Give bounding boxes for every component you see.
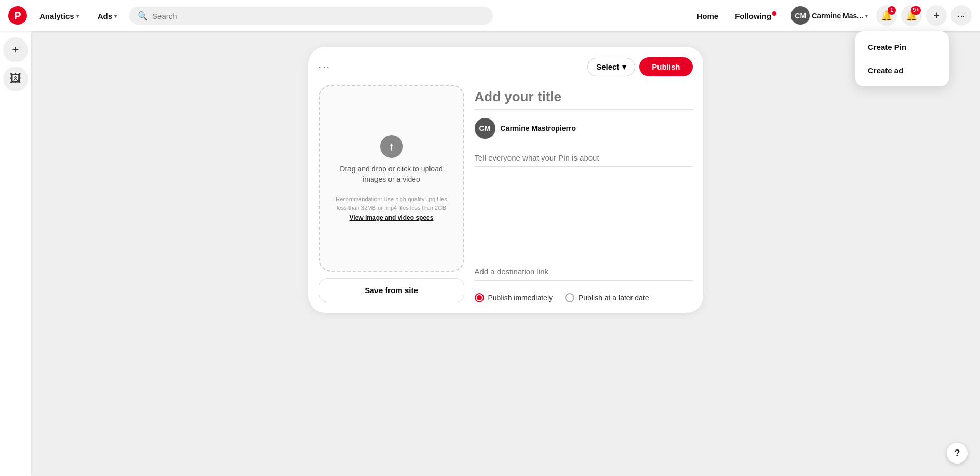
upload-icon: ↑ [380, 135, 403, 158]
sidebar: + 🖼 [0, 31, 31, 476]
publish-immediately-radio[interactable] [475, 293, 484, 302]
following-dot [772, 11, 776, 16]
view-specs-link[interactable]: View image and video specs [350, 214, 434, 221]
updates-button[interactable]: 🔔 9+ [901, 5, 922, 26]
help-button[interactable]: ? [947, 443, 968, 464]
select-label: Select [596, 62, 619, 71]
pinterest-logo[interactable]: P [8, 6, 27, 25]
nav-right: Home Following CM Carmine Mas... ▾ 🔔 1 🔔… [691, 4, 972, 27]
ellipsis-icon: ··· [957, 10, 965, 21]
search-input[interactable] [152, 11, 485, 20]
create-pin-item[interactable]: Create Pin [855, 35, 949, 59]
publish-later-radio[interactable] [565, 293, 574, 302]
pin-description-input[interactable] [475, 149, 693, 167]
create-pin-card: ··· Select ▾ Publish ↑ Drag and drop or … [308, 47, 703, 313]
analytics-nav-item[interactable]: Analytics ▾ [33, 7, 85, 24]
main-content: ··· Select ▾ Publish ↑ Drag and drop or … [31, 31, 980, 476]
upload-recommendation: Recommendation: Use high-quality .jpg fi… [330, 195, 453, 212]
dropdown-menu: Create Pin Create ad [855, 31, 949, 86]
pin-title-input[interactable] [475, 85, 693, 110]
select-chevron-icon: ▾ [622, 62, 626, 72]
following-link[interactable]: Following [729, 7, 783, 24]
plus-icon: + [933, 10, 939, 22]
search-bar[interactable]: 🔍 [129, 7, 493, 25]
select-dropdown[interactable]: Select ▾ [587, 58, 635, 76]
pin-link-input[interactable] [475, 263, 693, 281]
publish-later-label: Publish at a later date [579, 294, 649, 302]
updates-badge: 9+ [911, 6, 921, 15]
author-avatar: CM [475, 118, 495, 139]
ads-nav-item[interactable]: Ads ▾ [91, 7, 123, 24]
plus-icon: + [12, 43, 19, 57]
avatar: CM [791, 6, 810, 25]
more-options-button[interactable]: + [926, 5, 947, 26]
author-name: Carmine Mastropierro [501, 124, 576, 133]
analytics-label: Analytics [39, 11, 74, 20]
publish-immediately-option[interactable]: Publish immediately [475, 293, 553, 302]
publish-options: Publish immediately Publish at a later d… [475, 293, 693, 302]
user-nav[interactable]: CM Carmine Mas... ▾ [787, 4, 872, 27]
pin-description-area [475, 149, 693, 253]
card-more-button[interactable]: ··· [319, 61, 331, 73]
card-header: ··· Select ▾ Publish [319, 57, 693, 76]
sidebar-add-button[interactable]: + [3, 37, 28, 62]
notifications-button[interactable]: 🔔 1 [876, 5, 897, 26]
pin-details: CM Carmine Mastropierro Publish immediat… [475, 85, 693, 302]
ads-chevron-icon: ▾ [114, 13, 117, 19]
user-chevron-icon: ▾ [865, 13, 868, 19]
image-icon: 🖼 [10, 72, 21, 86]
card-body: ↑ Drag and drop or click to upload image… [319, 85, 693, 302]
ads-label: Ads [98, 11, 112, 20]
analytics-chevron-icon: ▾ [76, 13, 79, 19]
home-link[interactable]: Home [691, 7, 725, 24]
publish-button[interactable]: Publish [639, 57, 692, 76]
publish-immediately-label: Publish immediately [488, 294, 553, 302]
radio-dot [477, 295, 482, 300]
user-name: Carmine Mas... [812, 11, 863, 20]
upload-section: ↑ Drag and drop or click to upload image… [319, 85, 464, 302]
save-from-site-button[interactable]: Save from site [319, 278, 464, 302]
upload-text: Drag and drop or click to upload images … [330, 164, 453, 184]
upload-dropzone[interactable]: ↑ Drag and drop or click to upload image… [319, 85, 464, 272]
search-icon: 🔍 [138, 11, 148, 21]
card-actions: Select ▾ Publish [587, 57, 692, 76]
sidebar-image-button[interactable]: 🖼 [3, 67, 28, 91]
pin-author: CM Carmine Mastropierro [475, 118, 693, 139]
create-ad-item[interactable]: Create ad [855, 59, 949, 82]
publish-later-option[interactable]: Publish at a later date [565, 293, 649, 302]
help-icon: ? [955, 448, 960, 459]
ellipsis-button[interactable]: ··· [951, 5, 972, 26]
notification-badge: 1 [888, 6, 896, 15]
navbar: P Analytics ▾ Ads ▾ 🔍 Home Following CM … [0, 0, 980, 31]
